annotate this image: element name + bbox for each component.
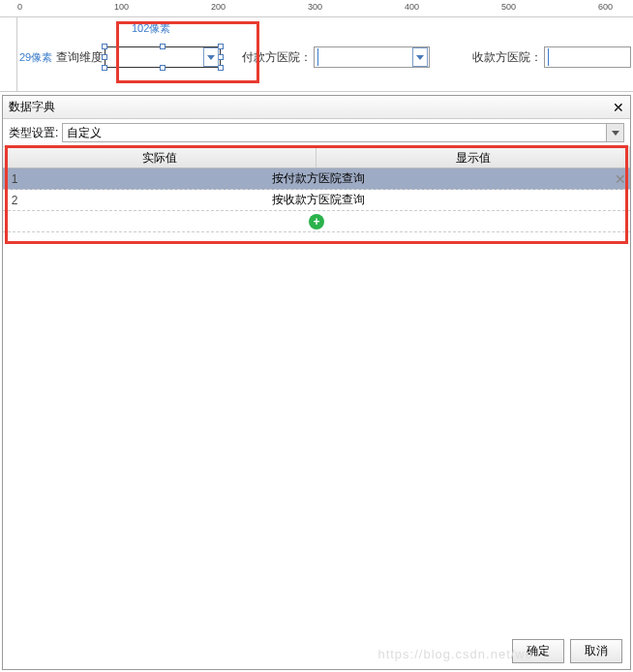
data-dictionary-dialog: 数据字典 ✕ 类型设置: 自定义 实际值 显示值 1 按付款方医院查询 ✕ 2 … — [2, 95, 631, 670]
header-actual: 实际值 — [3, 147, 316, 168]
type-label: 类型设置: — [9, 125, 58, 141]
horizontal-ruler: 0 100 200 300 400 500 600 — [0, 0, 633, 17]
add-icon[interactable]: + — [309, 214, 324, 229]
table-row[interactable]: 2 按收款方医院查询 — [3, 190, 630, 211]
header-display: 显示值 — [316, 147, 630, 168]
pixel-label-vert: 29像素 — [19, 50, 52, 65]
cancel-button[interactable]: 取消 — [570, 639, 622, 663]
recv-hospital-input[interactable] — [544, 46, 631, 68]
chevron-down-icon — [606, 124, 623, 141]
dropdown-icon[interactable] — [412, 47, 428, 67]
type-select-value: 自定义 — [67, 125, 102, 141]
ok-button[interactable]: 确定 — [512, 639, 564, 663]
query-dim-input[interactable] — [105, 46, 221, 68]
query-dim-label: 查询维度 — [56, 49, 103, 66]
type-select[interactable]: 自定义 — [62, 123, 624, 142]
pay-hospital-label: 付款方医院： — [242, 49, 312, 66]
dialog-title: 数据字典 — [9, 99, 55, 115]
recv-hospital-label: 收款方医院： — [472, 49, 542, 66]
dropdown-icon[interactable] — [203, 47, 219, 67]
row-value: 按收款方医院查询 — [26, 192, 611, 208]
grid-header: 实际值 显示值 — [3, 147, 630, 168]
watermark: https://blog.csdn.net/we — [377, 647, 533, 661]
table-row[interactable]: 1 按付款方医院查询 ✕ — [3, 168, 630, 190]
add-row[interactable]: + — [3, 211, 630, 232]
vertical-ruler — [0, 17, 17, 91]
pixel-label-horiz: 102像素 — [132, 21, 170, 36]
delete-row-icon[interactable]: ✕ — [611, 171, 630, 187]
close-icon[interactable]: ✕ — [613, 100, 624, 115]
row-number: 2 — [3, 194, 26, 207]
pay-hospital-input[interactable] — [314, 46, 430, 68]
row-number: 1 — [3, 172, 26, 186]
row-value: 按付款方医院查询 — [26, 170, 611, 187]
